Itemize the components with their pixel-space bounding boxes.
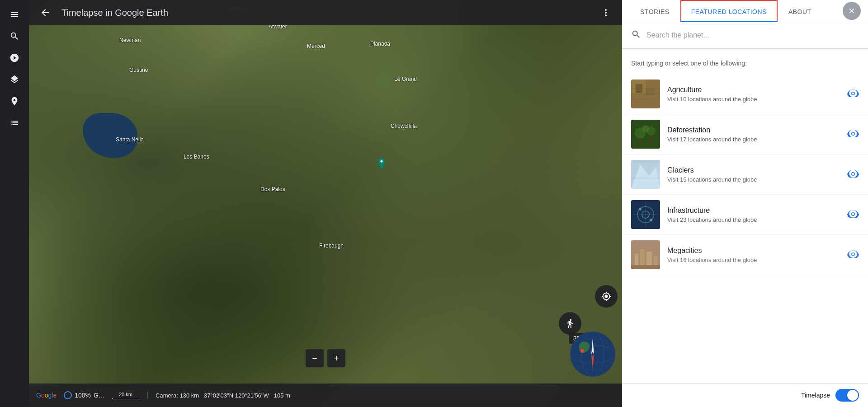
location-info-agriculture: Agriculture Visit 10 locations around th…: [667, 86, 840, 103]
eye-icon-glaciers[interactable]: [847, 168, 859, 180]
location-thumb-deforestation: [631, 120, 660, 149]
location-item-deforestation[interactable]: Deforestation Visit 17 locations around …: [622, 114, 868, 154]
layers-button[interactable]: [5, 70, 24, 89]
google-logo: Google: [36, 392, 57, 399]
location-thumb-infrastructure: [631, 200, 660, 229]
search-panel-icon: [631, 29, 641, 41]
location-desc-infrastructure: Visit 23 locations around the globe: [667, 216, 840, 223]
svg-point-0: [381, 160, 383, 163]
map-statusbar: Google 100% G… 20 km | Camera: 130 km 37…: [29, 384, 622, 407]
eye-icon-deforestation[interactable]: [847, 128, 859, 140]
hint-text: Start typing or select one of the follow…: [622, 56, 868, 74]
scale-bar: 20 km: [112, 392, 139, 399]
tabs-header: STORIES FEATURED LOCATIONS ABOUT button[…: [622, 0, 868, 22]
eye-icon-infrastructure[interactable]: [847, 209, 859, 220]
zoom-circle: [64, 391, 72, 399]
search-container: [622, 22, 868, 49]
camera-info: Camera: 130 km 37°02'03"N 120°21'56"W 10…: [156, 392, 290, 399]
location-thumb-agriculture: [631, 80, 660, 108]
location-name-glaciers: Glaciers: [667, 166, 840, 174]
voyager-button[interactable]: [5, 49, 24, 67]
location-info-megacities: Megacities Visit 16 locations around the…: [667, 247, 840, 263]
pin-button[interactable]: [5, 92, 24, 110]
timelapse-bar: Timelapse: [622, 383, 868, 407]
toggle-knob: [847, 390, 858, 401]
panel-content: Start typing or select one of the follow…: [622, 49, 868, 383]
svg-rect-11: [646, 89, 655, 95]
tab-stories[interactable]: STORIES: [629, 0, 680, 22]
location-name-infrastructure: Infrastructure: [667, 206, 840, 215]
right-panel: STORIES FEATURED LOCATIONS ABOUT button[…: [622, 0, 868, 407]
location-item-infrastructure[interactable]: Infrastructure Visit 23 locations around…: [622, 195, 868, 235]
map-label-losbanos: Los Banos: [184, 154, 209, 160]
zoom-abbr: G…: [94, 392, 105, 399]
eye-icon-agriculture[interactable]: [847, 88, 859, 100]
location-name-megacities: Megacities: [667, 247, 840, 255]
more-button[interactable]: [597, 4, 615, 22]
map-label-gustine: Gustine: [129, 67, 148, 73]
timelapse-label: Timelapse: [801, 392, 830, 399]
map-label-dospalos: Dos Palos: [260, 186, 285, 192]
svg-point-30: [639, 208, 642, 211]
map-label-firebaugh: Firebaugh: [319, 243, 344, 249]
location-button[interactable]: [595, 285, 618, 308]
svg-rect-20: [650, 136, 652, 147]
menu-button[interactable]: [5, 5, 24, 23]
zoom-in-button[interactable]: +: [327, 349, 345, 367]
map-topbar: Timelapse in Google Earth: [29, 0, 622, 25]
water-body: [83, 113, 137, 158]
zoom-indicator: 100% G…: [64, 391, 105, 399]
map-label-legrand: Le Grand: [394, 76, 417, 82]
separator: |: [146, 391, 148, 399]
location-desc-megacities: Visit 16 locations around the globe: [667, 257, 840, 263]
scale-line: [112, 398, 139, 399]
location-info-deforestation: Deforestation Visit 17 locations around …: [667, 126, 840, 143]
map-label-planada: Planada: [370, 41, 390, 47]
location-desc-glaciers: Visit 15 locations around the globe: [667, 176, 840, 183]
location-item-glaciers[interactable]: Glaciers Visit 15 locations around the g…: [622, 154, 868, 195]
svg-rect-37: [631, 265, 660, 269]
svg-point-5: [580, 349, 584, 353]
search-input[interactable]: [646, 31, 859, 39]
zoom-controls: − +: [306, 349, 345, 367]
stack-button[interactable]: [5, 114, 24, 132]
svg-point-18: [642, 125, 649, 132]
location-thumb-glaciers: [631, 160, 660, 189]
back-button[interactable]: [36, 4, 54, 22]
timelapse-toggle[interactable]: [835, 389, 859, 402]
close-button[interactable]: [843, 2, 861, 20]
location-info-infrastructure: Infrastructure Visit 23 locations around…: [667, 206, 840, 223]
tab-about[interactable]: ABOUT: [778, 0, 822, 22]
tab-featured-locations[interactable]: FEATURED LOCATIONS: [680, 0, 778, 22]
scale-label: 20 km: [119, 392, 132, 397]
map-background: Livingston Atwater Newman Merced Planada…: [29, 0, 622, 407]
location-name-agriculture: Agriculture: [667, 86, 840, 94]
location-item-megacities[interactable]: Megacities Visit 16 locations around the…: [622, 235, 868, 275]
map-area[interactable]: Livingston Atwater Newman Merced Planada…: [29, 0, 622, 407]
map-label-chowchilla: Chowchilla: [391, 123, 417, 129]
location-name-deforestation: Deforestation: [667, 126, 840, 134]
globe-container: [568, 329, 618, 379]
location-thumb-megacities: [631, 240, 660, 269]
search-button[interactable]: [5, 27, 24, 45]
location-item-agriculture[interactable]: Agriculture Visit 10 locations around th…: [622, 74, 868, 114]
svg-rect-19: [639, 138, 641, 147]
zoom-out-button[interactable]: −: [306, 349, 324, 367]
map-label-merced: Merced: [307, 43, 325, 49]
location-desc-agriculture: Visit 10 locations around the globe: [667, 96, 840, 103]
map-pin: [377, 158, 386, 170]
left-sidebar: [0, 0, 29, 407]
eye-icon-megacities[interactable]: [847, 249, 859, 261]
map-title: Timelapse in Google Earth: [61, 8, 590, 18]
zoom-percent: 100%: [75, 392, 91, 399]
svg-point-31: [650, 219, 652, 221]
location-info-glaciers: Glaciers Visit 15 locations around the g…: [667, 166, 840, 183]
map-label-newman: Newman: [119, 37, 141, 43]
location-desc-deforestation: Visit 17 locations around the globe: [667, 136, 840, 143]
